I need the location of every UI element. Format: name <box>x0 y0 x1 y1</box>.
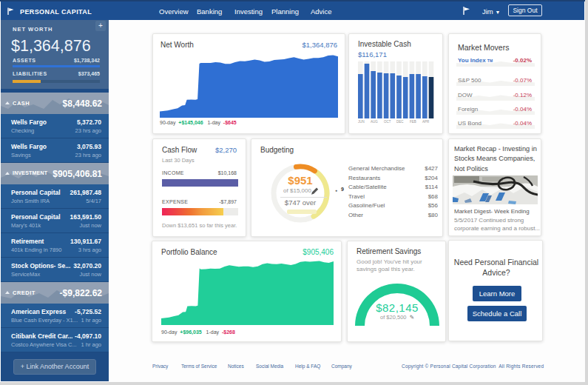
svg-text:$951: $951 <box>288 174 312 187</box>
svg-text:of $15,000: of $15,000 <box>283 187 311 194</box>
svg-text:$747 over: $747 over <box>285 198 316 207</box>
